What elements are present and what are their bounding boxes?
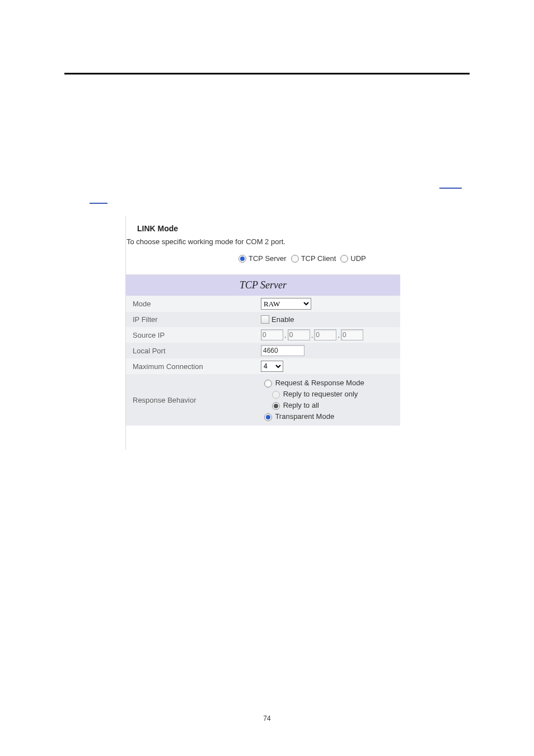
row-max-connection: Maximum Connection 4 <box>126 358 400 374</box>
source-ip-octet-1[interactable] <box>261 329 283 340</box>
source-ip-octet-3[interactable] <box>314 329 336 340</box>
radio-tcp-client-label: TCP Client <box>301 254 336 263</box>
radio-udp-label: UDP <box>350 254 366 263</box>
radio-tcp-server[interactable] <box>238 255 246 263</box>
radio-tcp-client[interactable] <box>291 255 299 263</box>
decorative-dash <box>90 203 107 204</box>
max-connection-select[interactable]: 4 <box>261 361 283 372</box>
mode-label: Mode <box>126 296 257 311</box>
radio-request-response[interactable] <box>264 380 272 388</box>
local-port-label: Local Port <box>126 343 257 358</box>
section-description: To choose specific working mode for COM … <box>127 237 285 246</box>
row-response-behavior: Response Behavior Request & Response Mod… <box>126 374 400 426</box>
decorative-dash <box>439 188 462 189</box>
tcp-server-panel: TCP Server Mode RAW IP Filter Enable Sou… <box>126 274 400 426</box>
radio-udp[interactable] <box>340 255 348 263</box>
ip-filter-checkbox[interactable] <box>261 315 269 324</box>
radio-reply-all[interactable] <box>272 402 280 410</box>
radio-transparent-mode-label: Transparent Mode <box>275 412 334 421</box>
radio-transparent-mode[interactable] <box>264 413 272 421</box>
section-title: LINK Mode <box>137 224 178 233</box>
radio-reply-all-label: Reply to all <box>283 401 319 409</box>
source-ip-octet-2[interactable] <box>288 329 310 340</box>
panel-header: TCP Server <box>126 275 400 296</box>
max-connection-label: Maximum Connection <box>126 359 257 374</box>
radio-tcp-server-label: TCP Server <box>249 254 287 263</box>
ip-dot: . <box>338 331 340 339</box>
page-number: 74 <box>0 715 534 722</box>
row-ip-filter: IP Filter Enable <box>126 312 400 327</box>
ip-filter-checkbox-label: Enable <box>271 315 294 324</box>
row-source-ip: Source IP . . . <box>126 327 400 343</box>
link-mode-radio-group: TCP Server TCP Client UDP <box>235 254 366 263</box>
local-port-input[interactable] <box>261 345 305 356</box>
ip-filter-label: IP Filter <box>126 312 257 327</box>
horizontal-rule <box>64 73 470 74</box>
row-mode: Mode RAW <box>126 296 400 312</box>
mode-select[interactable]: RAW <box>261 298 311 310</box>
ip-dot: . <box>284 331 287 339</box>
radio-reply-requester[interactable] <box>272 391 280 399</box>
row-local-port: Local Port <box>126 343 400 358</box>
source-ip-label: Source IP <box>126 328 257 343</box>
radio-request-response-label: Request & Response Mode <box>275 379 364 387</box>
response-behavior-label: Response Behavior <box>126 393 257 408</box>
ip-dot: . <box>311 331 313 339</box>
radio-reply-requester-label: Reply to requester only <box>283 390 358 398</box>
source-ip-octet-4[interactable] <box>341 329 363 340</box>
